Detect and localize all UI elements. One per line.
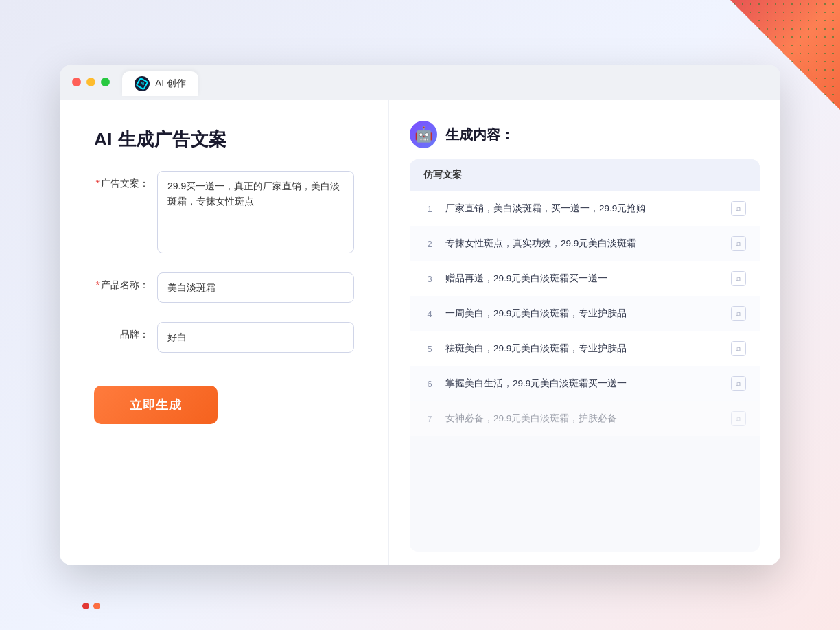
result-number: 1 — [423, 204, 436, 214]
result-text: 掌握美白生活，29.9元美白淡斑霜买一送一 — [445, 377, 721, 390]
result-number: 3 — [423, 274, 436, 284]
product-name-input[interactable] — [157, 272, 354, 303]
copy-button[interactable]: ⧉ — [731, 271, 746, 286]
result-text: 一周美白，29.9元美白淡斑霜，专业护肤品 — [445, 307, 721, 320]
ad-copy-group: *广告文案： 29.9买一送一，真正的厂家直销，美白淡斑霜，专抹女性斑点 — [94, 171, 354, 253]
copy-button[interactable]: ⧉ — [731, 411, 746, 426]
brand-group: 品牌： — [94, 322, 354, 352]
ad-copy-input[interactable]: 29.9买一送一，真正的厂家直销，美白淡斑霜，专抹女性斑点 — [157, 171, 354, 253]
ad-copy-label: *广告文案： — [94, 171, 149, 190]
result-number: 5 — [423, 344, 436, 354]
list-item: 6掌握美白生活，29.9元美白淡斑霜买一送一⧉ — [410, 366, 760, 401]
traffic-lights — [72, 78, 110, 86]
results-list: 1厂家直销，美白淡斑霜，买一送一，29.9元抢购⧉2专抹女性斑点，真实功效，29… — [410, 191, 760, 552]
list-item: 2专抹女性斑点，真实功效，29.9元美白淡斑霜⧉ — [410, 226, 760, 261]
required-star-2: * — [96, 279, 100, 290]
product-name-label: *产品名称： — [94, 272, 149, 292]
copy-button[interactable]: ⧉ — [731, 201, 746, 216]
result-number: 4 — [423, 309, 436, 319]
results-container: 仿写文案 1厂家直销，美白淡斑霜，买一送一，29.9元抢购⧉2专抹女性斑点，真实… — [410, 159, 760, 552]
copy-button[interactable]: ⧉ — [731, 306, 746, 321]
result-text: 女神必备，29.9元美白淡斑霜，护肤必备 — [445, 412, 721, 425]
bottom-decoration — [82, 603, 100, 609]
brand-input[interactable] — [157, 322, 354, 352]
brand-label: 品牌： — [94, 322, 149, 341]
result-text: 祛斑美白，29.9元美白淡斑霜，专业护肤品 — [445, 342, 721, 355]
list-item: 3赠品再送，29.9元美白淡斑霜买一送一⧉ — [410, 261, 760, 296]
browser-window: AI 创作 AI 生成广告文案 *广告文案： 29.9买一送一，真正的厂家直销，… — [60, 65, 780, 565]
copy-button[interactable]: ⧉ — [731, 376, 746, 391]
product-name-group: *产品名称： — [94, 272, 354, 303]
result-number: 6 — [423, 379, 436, 389]
ai-icon — [135, 77, 148, 90]
browser-tab[interactable]: AI 创作 — [122, 71, 198, 96]
close-button[interactable] — [72, 78, 81, 86]
result-number: 2 — [423, 239, 436, 249]
right-title: 生成内容： — [445, 126, 514, 144]
copy-button[interactable]: ⧉ — [731, 341, 746, 356]
robot-icon: 🤖 — [410, 121, 437, 148]
tab-icon — [135, 76, 150, 91]
list-item: 4一周美白，29.9元美白淡斑霜，专业护肤品⧉ — [410, 296, 760, 331]
list-item: 1厂家直销，美白淡斑霜，买一送一，29.9元抢购⧉ — [410, 191, 760, 226]
browser-content: AI 生成广告文案 *广告文案： 29.9买一送一，真正的厂家直销，美白淡斑霜，… — [60, 100, 780, 565]
result-text: 赠品再送，29.9元美白淡斑霜买一送一 — [445, 272, 721, 285]
right-panel: 🤖 生成内容： 仿写文案 1厂家直销，美白淡斑霜，买一送一，29.9元抢购⧉2专… — [389, 100, 780, 565]
copy-button[interactable]: ⧉ — [731, 236, 746, 251]
maximize-button[interactable] — [101, 78, 110, 86]
result-text: 专抹女性斑点，真实功效，29.9元美白淡斑霜 — [445, 237, 721, 250]
required-star: * — [96, 178, 100, 189]
results-header: 仿写文案 — [410, 159, 760, 191]
result-text: 厂家直销，美白淡斑霜，买一送一，29.9元抢购 — [445, 202, 721, 215]
page-title: AI 生成广告文案 — [94, 128, 354, 152]
list-item: 7女神必备，29.9元美白淡斑霜，护肤必备⧉ — [410, 401, 760, 436]
tab-label: AI 创作 — [155, 78, 186, 90]
minimize-button[interactable] — [86, 78, 95, 86]
left-panel: AI 生成广告文案 *广告文案： 29.9买一送一，真正的厂家直销，美白淡斑霜，… — [60, 100, 389, 565]
robot-face: 🤖 — [415, 126, 433, 143]
generate-button[interactable]: 立即生成 — [94, 386, 218, 424]
result-number: 7 — [423, 414, 436, 424]
right-header: 🤖 生成内容： — [410, 121, 760, 148]
list-item: 5祛斑美白，29.9元美白淡斑霜，专业护肤品⧉ — [410, 331, 760, 366]
titlebar: AI 创作 — [60, 65, 780, 100]
